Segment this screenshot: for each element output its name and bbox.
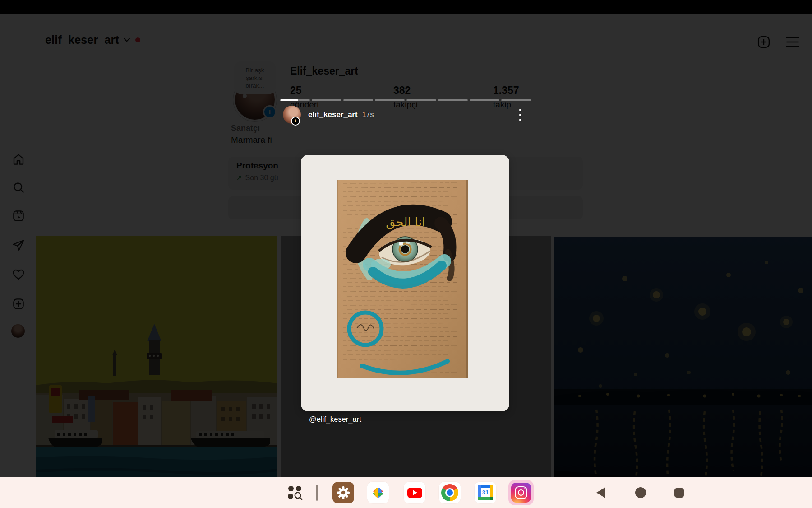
- story-progress-segment: [375, 99, 405, 101]
- google-calendar-icon[interactable]: 31: [475, 482, 496, 503]
- nav-back-button[interactable]: [596, 487, 605, 498]
- youtube-icon[interactable]: [404, 482, 425, 503]
- story-username[interactable]: elif_keser_art: [308, 110, 358, 119]
- nav-recents-button[interactable]: [674, 488, 684, 498]
- google-photos-icon[interactable]: [367, 482, 389, 503]
- story-add-badge[interactable]: +: [291, 117, 300, 126]
- story-progress: [280, 99, 531, 101]
- story-artwork-canvas: انا الحق: [337, 180, 468, 378]
- story-progress-segment: [406, 99, 436, 101]
- taskbar-separator: [316, 485, 318, 501]
- instagram-icon[interactable]: [508, 480, 534, 505]
- story-progress-segment: [470, 99, 499, 101]
- story-more-options-icon[interactable]: [519, 106, 522, 124]
- story-progress-segment: [312, 99, 341, 101]
- story-viewer[interactable]: + elif_keser_art 17s: [277, 95, 534, 477]
- screen: { "app": { "header": { "username": "elif…: [0, 0, 812, 508]
- calligraphy-text: انا الحق: [386, 215, 425, 229]
- settings-icon[interactable]: [332, 482, 354, 503]
- story-progress-segment: [343, 99, 373, 101]
- system-top-bar: [0, 0, 812, 14]
- story-progress-segment: [438, 99, 468, 101]
- story-mention-tag[interactable]: @elif_keser_art: [309, 415, 361, 424]
- calendar-day-label: 31: [481, 488, 490, 497]
- chrome-icon[interactable]: [439, 482, 461, 503]
- nav-home-button[interactable]: [635, 487, 646, 498]
- app-launcher-icon[interactable]: [286, 484, 304, 502]
- story-timestamp: 17s: [362, 111, 374, 119]
- story-artwork-frame: انا الحق: [301, 155, 509, 411]
- story-progress-segment: [501, 99, 531, 101]
- story-avatar[interactable]: +: [283, 106, 301, 124]
- story-progress-segment: [280, 99, 310, 101]
